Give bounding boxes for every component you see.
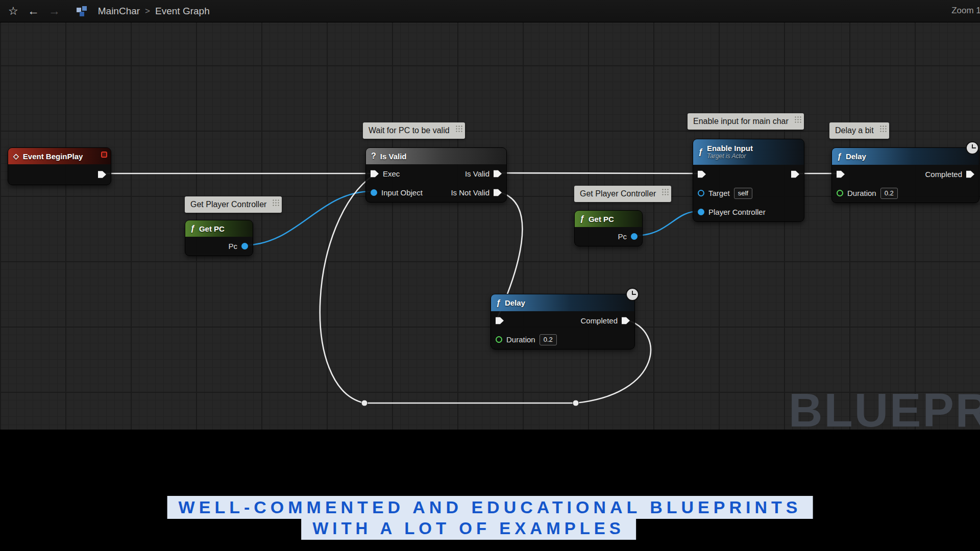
blueprint-watermark: BLUEPRINT — [789, 384, 980, 430]
pin-row: Completed — [832, 165, 979, 184]
target-input-pin[interactable] — [698, 190, 704, 196]
node-header: ◇ Event BeginPlay — [8, 148, 111, 164]
node-get-pc-1[interactable]: ƒ Get PC Pc — [185, 220, 253, 256]
function-icon: ƒ — [496, 298, 501, 308]
exec-output-pin[interactable] — [98, 170, 106, 179]
reroute-node[interactable] — [361, 400, 368, 406]
event-graph-canvas[interactable]: BLUEPRINT Wait for PC to be valid Get Pl… — [0, 0, 980, 430]
node-comment-enable-input[interactable]: Enable input for main char — [688, 113, 804, 130]
comment-grip-icon — [272, 199, 280, 207]
comment-grip-icon — [455, 125, 463, 133]
question-icon: ? — [371, 152, 376, 161]
comment-grip-icon — [794, 116, 802, 123]
pin-row: Target self — [693, 184, 804, 203]
banner-line-2: WITH A LOT OF EXAMPLES — [301, 517, 636, 540]
node-title: Delay — [846, 152, 866, 161]
pin-label: Completed — [925, 170, 962, 179]
pin-row: Pc — [185, 237, 253, 256]
node-event-beginplay[interactable]: ◇ Event BeginPlay — [8, 147, 111, 185]
data-wire-getpc2-to-playercontroller — [634, 211, 699, 236]
comment-text: Get Player Controller — [190, 200, 266, 209]
favorite-star-icon[interactable]: ☆ — [8, 5, 18, 18]
function-icon: ƒ — [190, 224, 195, 233]
object-output-pin[interactable] — [241, 243, 248, 249]
pin-label: Input Object — [381, 188, 423, 197]
exec-output-pin[interactable] — [494, 189, 502, 197]
blueprint-icon — [77, 6, 89, 16]
pin-row: Player Controller — [693, 203, 804, 221]
zoom-indicator: Zoom 1:2 — [951, 6, 980, 16]
exec-output-pin[interactable] — [622, 317, 630, 325]
function-icon: ƒ — [698, 147, 703, 157]
breadcrumb-root[interactable]: MainChar — [98, 6, 140, 17]
object-input-pin[interactable] — [698, 209, 704, 215]
node-title: Get PC — [199, 224, 225, 233]
node-subtitle: Target is Actor — [707, 153, 753, 160]
pin-row — [8, 164, 111, 185]
node-header: ƒ Delay — [491, 294, 634, 311]
breadcrumb: MainChar > Event Graph — [98, 6, 210, 17]
pin-label: Pc — [228, 242, 237, 251]
duration-value-input[interactable]: 0.2 — [540, 334, 557, 345]
node-get-pc-2[interactable]: ƒ Get PC Pc — [574, 210, 643, 246]
pin-row: Duration 0.2 — [832, 184, 979, 203]
event-icon: ◇ — [13, 152, 19, 160]
exec-wire-reroute-to-isvalid — [320, 175, 374, 403]
node-title: Get PC — [589, 215, 614, 223]
pin-label: Is Valid — [465, 169, 489, 178]
banner-line-1: WELL-COMMENTED AND EDUCATIONAL BLUEPRINT… — [167, 496, 813, 519]
node-header: ? Is Valid — [366, 148, 506, 164]
duration-value-input[interactable]: 0.2 — [880, 188, 898, 199]
pin-row — [693, 165, 804, 184]
float-input-pin[interactable] — [837, 190, 843, 196]
wire-layer — [0, 0, 980, 430]
latent-clock-icon — [966, 141, 979, 155]
reroute-node[interactable] — [573, 400, 579, 406]
exec-input-pin[interactable] — [837, 170, 845, 179]
target-value: self — [734, 188, 752, 199]
object-output-pin[interactable] — [631, 233, 638, 240]
float-input-pin[interactable] — [496, 336, 502, 343]
node-title: Event BeginPlay — [23, 152, 83, 161]
node-header: ƒ Enable Input Target is Actor — [693, 139, 804, 165]
node-header: ƒ Get PC — [575, 211, 642, 227]
pin-row: Exec Is Valid — [366, 164, 506, 183]
node-title: Delay — [505, 298, 525, 307]
pin-row: Completed — [491, 311, 634, 330]
exec-input-pin[interactable] — [698, 170, 706, 179]
back-button[interactable]: ← — [28, 5, 39, 17]
exec-wire-isvalid-to-enableinput — [498, 173, 698, 173]
exec-input-pin[interactable] — [496, 317, 504, 325]
pin-label: Duration — [506, 335, 535, 344]
pin-label: Duration — [847, 189, 876, 197]
node-is-valid[interactable]: ? Is Valid Exec Is Valid Input Object Is… — [365, 147, 507, 203]
node-comment-get-pc-1[interactable]: Get Player Controller — [185, 196, 282, 213]
forward-button[interactable]: → — [48, 5, 60, 17]
comment-grip-icon — [879, 125, 887, 133]
node-comment-get-pc-2[interactable]: Get Player Controller — [574, 186, 671, 202]
exec-output-pin[interactable] — [791, 170, 799, 179]
exec-input-pin[interactable] — [371, 170, 379, 178]
comment-text: Wait for PC to be valid — [369, 126, 450, 135]
pin-label: Is Not Valid — [451, 188, 489, 197]
graph-toolbar: ☆ ← → MainChar > Event Graph Zoom 1:2 — [0, 0, 980, 22]
object-input-pin[interactable] — [371, 189, 377, 196]
exec-output-pin[interactable] — [966, 170, 974, 179]
node-comment-delay-a-bit[interactable]: Delay a bit — [829, 122, 889, 139]
node-delay-loop[interactable]: ƒ Delay Completed Duration 0.2 — [491, 294, 635, 349]
latent-clock-icon — [626, 288, 639, 301]
pin-row: Pc — [575, 227, 642, 246]
event-debug-badge-icon — [101, 152, 107, 158]
exec-output-pin[interactable] — [494, 170, 502, 178]
pin-label: Player Controller — [708, 208, 766, 216]
node-header: ƒ Delay — [832, 148, 979, 165]
node-comment-wait-for-pc[interactable]: Wait for PC to be valid — [363, 122, 465, 139]
node-delay-end[interactable]: ƒ Delay Completed Duration 0.2 — [831, 147, 979, 203]
function-icon: ƒ — [580, 214, 584, 223]
node-title: Is Valid — [380, 152, 407, 161]
pin-label: Target — [708, 189, 730, 197]
node-header: ƒ Get PC — [185, 220, 253, 237]
pin-row: Input Object Is Not Valid — [366, 183, 506, 202]
comment-text: Enable input for main char — [693, 117, 789, 126]
node-enable-input[interactable]: ƒ Enable Input Target is Actor Target se… — [693, 139, 804, 222]
